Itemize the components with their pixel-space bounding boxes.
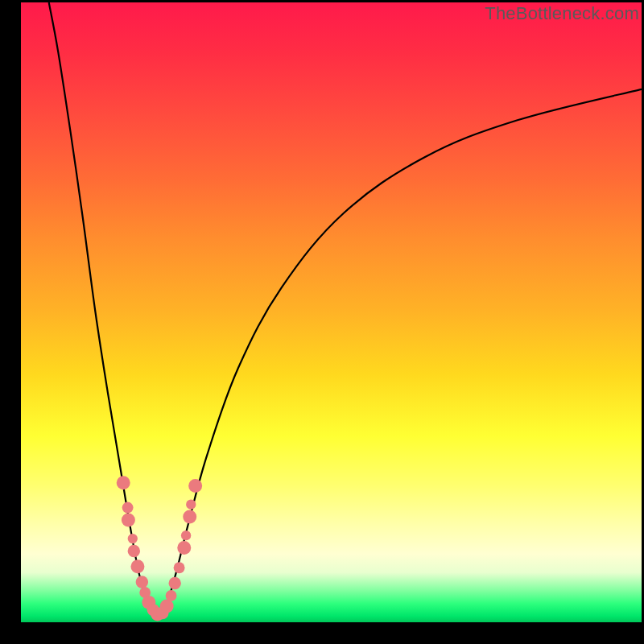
marker-dot (130, 559, 144, 573)
marker-dot (168, 577, 180, 589)
right-curve (158, 89, 642, 619)
marker-dot (186, 500, 196, 510)
marker-dot (122, 513, 135, 526)
marker-dot (160, 599, 174, 613)
marker-dot (122, 502, 134, 514)
marker-dot (181, 530, 191, 540)
marker-dot (174, 562, 185, 573)
marker-dot (128, 545, 140, 557)
marker-dot (166, 590, 177, 601)
marker-dot (188, 479, 202, 493)
marker-dot (117, 476, 130, 489)
marker-dot (183, 510, 196, 524)
marker-dot (136, 576, 148, 588)
curve-overlay (21, 2, 642, 622)
marker-dot (128, 534, 138, 543)
highlighted-points (117, 476, 202, 621)
marker-dot (177, 541, 191, 555)
left-curve (49, 2, 158, 619)
outer-frame: TheBottleneck.com (0, 0, 644, 644)
